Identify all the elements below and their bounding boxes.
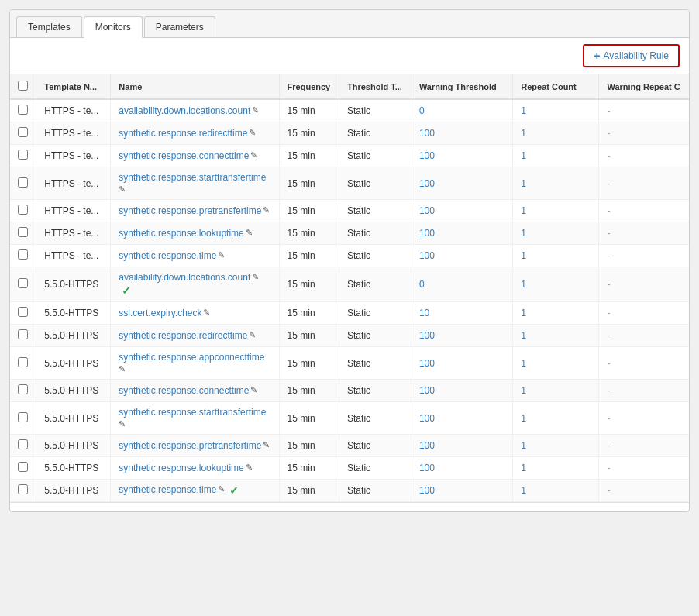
row-checkbox[interactable] [18,384,28,394]
row-threshold-type: Static [339,457,411,480]
edit-icon[interactable]: ✎ [263,205,270,215]
edit-icon[interactable]: ✎ [252,272,259,282]
repeat-count-link[interactable]: 1 [521,279,526,290]
warning-threshold-link[interactable]: 100 [419,330,435,341]
edit-icon[interactable]: ✎ [246,228,253,238]
row-frequency: 15 min [279,325,339,347]
warning-threshold-link[interactable]: 100 [419,150,435,161]
edit-icon[interactable]: ✎ [250,150,257,160]
select-all-checkbox[interactable] [18,81,28,91]
row-checkbox[interactable] [18,205,28,215]
repeat-count-link[interactable]: 1 [521,178,526,189]
row-name-link[interactable]: ssl.cert.expiry.check [119,308,201,318]
warning-threshold-link[interactable]: 100 [419,413,435,424]
row-checkbox[interactable] [18,307,28,317]
row-checkbox[interactable] [18,105,28,115]
availability-rule-button[interactable]: + Availability Rule [583,44,680,67]
row-checkbox[interactable] [18,127,28,137]
edit-icon[interactable]: ✎ [119,184,126,194]
edit-icon[interactable]: ✎ [246,463,253,473]
row-template: 5.5.0-HTTPS [36,480,111,502]
row-checkbox[interactable] [18,150,28,160]
warning-threshold-link[interactable]: 0 [419,105,425,116]
repeat-count-link[interactable]: 1 [521,205,526,216]
row-name-link[interactable]: synthetic.response.connecttime [119,385,249,396]
row-checkbox[interactable] [18,439,28,449]
warning-threshold-link[interactable]: 100 [419,205,435,216]
tab-parameters[interactable]: Parameters [144,16,215,37]
row-name-link[interactable]: synthetic.response.connecttime [119,150,249,161]
warning-threshold-link[interactable]: 100 [419,178,435,189]
row-checkbox[interactable] [18,329,28,339]
row-template: HTTPS - te... [36,200,111,222]
tab-monitors[interactable]: Monitors [84,16,143,38]
repeat-count-link[interactable]: 1 [521,440,526,451]
row-warning-threshold: 100 [411,167,512,200]
row-threshold-type: Static [339,480,411,502]
row-name: synthetic.response.connecttime ✎ [111,380,279,402]
row-name-link[interactable]: synthetic.response.starttransfertime [119,407,266,418]
repeat-count-link[interactable]: 1 [521,485,526,496]
edit-icon[interactable]: ✎ [249,330,256,340]
row-checkbox-cell [10,380,36,402]
row-checkbox[interactable] [18,249,28,260]
repeat-count-link[interactable]: 1 [521,228,526,239]
repeat-count-link[interactable]: 1 [521,150,526,161]
warning-threshold-link[interactable]: 100 [419,463,435,473]
repeat-count-link[interactable]: 1 [521,358,526,369]
warning-threshold-link[interactable]: 10 [419,308,429,318]
edit-icon[interactable]: ✎ [249,128,256,138]
repeat-count-link[interactable]: 1 [521,105,526,116]
edit-icon[interactable]: ✎ [203,308,210,318]
row-name-link[interactable]: synthetic.response.time [119,484,216,495]
row-name-link[interactable]: synthetic.response.redirecttime [119,330,247,341]
edit-icon[interactable]: ✎ [250,385,257,395]
row-checkbox[interactable] [18,278,28,288]
edit-icon[interactable]: ✎ [218,484,225,494]
row-name-link[interactable]: availability.down.locations.count [119,272,250,283]
horizontal-scrollbar[interactable] [10,502,689,511]
repeat-count-link[interactable]: 1 [521,413,526,424]
tab-templates[interactable]: Templates [16,16,82,37]
row-warning-repeat: - [599,380,689,402]
row-checkbox[interactable] [18,227,28,237]
warning-threshold-link[interactable]: 100 [419,358,435,369]
warning-threshold-link[interactable]: 100 [419,485,435,496]
warning-threshold-link[interactable]: 100 [419,250,435,261]
row-name-link[interactable]: synthetic.response.pretransfertime [119,205,261,216]
row-template: 5.5.0-HTTPS [36,380,111,402]
repeat-count-link[interactable]: 1 [521,128,526,139]
row-checkbox[interactable] [18,484,28,494]
row-name-link[interactable]: synthetic.response.redirecttime [119,128,247,139]
row-name-link[interactable]: synthetic.response.starttransfertime [119,172,266,183]
row-name-link[interactable]: synthetic.response.pretransfertime [119,440,261,451]
repeat-count-link[interactable]: 1 [521,330,526,341]
row-name-link[interactable]: availability.down.locations.count [119,105,250,116]
edit-icon[interactable]: ✎ [119,419,126,429]
row-checkbox[interactable] [18,462,28,472]
edit-icon[interactable]: ✎ [263,440,270,450]
row-name-link[interactable]: synthetic.response.appconnecttime [119,352,264,363]
row-checkbox-cell [10,200,36,222]
warning-threshold-link[interactable]: 0 [419,279,425,290]
warning-threshold-link[interactable]: 100 [419,385,435,396]
row-name-link[interactable]: synthetic.response.lookuptime [119,463,243,473]
row-frequency: 15 min [279,145,339,167]
repeat-count-link[interactable]: 1 [521,250,526,261]
warning-threshold-link[interactable]: 100 [419,128,435,139]
row-checkbox[interactable] [18,177,28,188]
edit-icon[interactable]: ✎ [218,250,225,260]
edit-icon[interactable]: ✎ [119,364,126,374]
repeat-count-link[interactable]: 1 [521,308,526,318]
warning-threshold-link[interactable]: 100 [419,228,435,239]
row-name-link[interactable]: synthetic.response.lookuptime [119,228,243,239]
repeat-count-link[interactable]: 1 [521,385,526,396]
warning-threshold-link[interactable]: 100 [419,440,435,451]
row-name-link[interactable]: synthetic.response.time [119,250,216,261]
row-checkbox[interactable] [18,412,28,422]
row-name: synthetic.response.lookuptime ✎ [111,222,279,245]
edit-icon[interactable]: ✎ [252,105,259,115]
repeat-count-link[interactable]: 1 [521,463,526,473]
row-warning-repeat: - [599,167,689,200]
row-checkbox[interactable] [18,357,28,367]
